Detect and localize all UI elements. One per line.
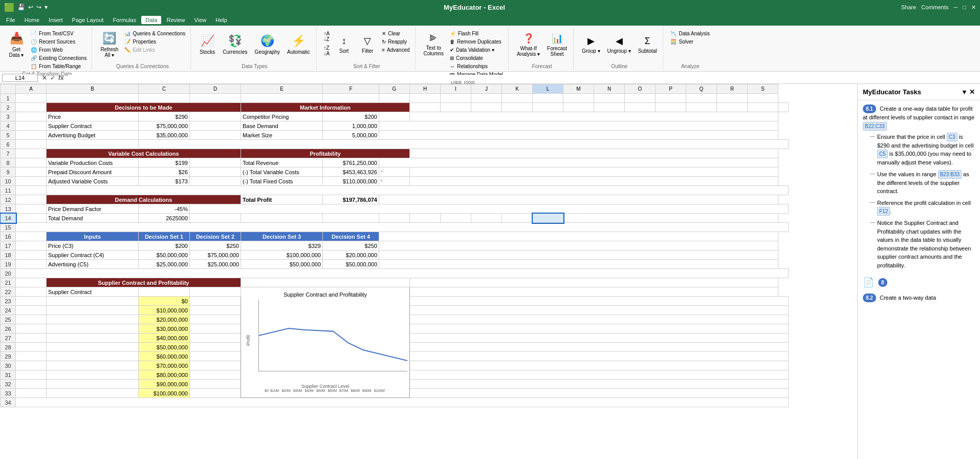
cell-G14[interactable] — [379, 214, 410, 223]
menu-insert[interactable]: Insert — [45, 16, 67, 24]
cell-rest-3[interactable] — [410, 112, 778, 121]
cell-D19[interactable]: $25,000,000 — [190, 260, 241, 269]
row-number-27[interactable]: 27 — [1, 333, 16, 343]
properties-button[interactable]: 📝 Properties — [122, 38, 187, 46]
cell-B10[interactable]: Adjusted Variable Costs — [47, 177, 139, 186]
row-number-15[interactable]: 15 — [1, 223, 16, 232]
sort-az-button[interactable]: ↑A↓Z — [322, 30, 332, 43]
row-number-25[interactable]: 25 — [1, 315, 16, 324]
cell-F18[interactable]: $20,000,000 — [323, 251, 379, 260]
queries-connections-button[interactable]: 📊 Queries & Connections — [122, 30, 187, 37]
cell-B12[interactable]: Demand Calculations — [47, 195, 241, 204]
row-number-24[interactable]: 24 — [1, 306, 16, 315]
cell-D1[interactable] — [190, 94, 241, 103]
cell-A6[interactable] — [16, 140, 47, 149]
cell-F10[interactable]: $110,000,000 — [323, 177, 379, 186]
menu-review[interactable]: Review — [162, 16, 189, 24]
cell-A11[interactable] — [16, 186, 47, 195]
cell-E2[interactable]: Market Information — [241, 103, 410, 112]
row-number-34[interactable]: 34 — [1, 398, 16, 407]
cell-A19[interactable] — [16, 260, 47, 269]
cell-K14[interactable] — [502, 214, 533, 223]
cell-D22[interactable] — [190, 287, 241, 297]
cell-E17[interactable]: $329 — [241, 241, 323, 251]
cell-D29[interactable] — [190, 352, 241, 361]
cell-A13[interactable] — [16, 204, 47, 214]
cell-A5[interactable] — [16, 131, 47, 140]
edit-links-button[interactable]: ✏️ Edit Links — [122, 46, 187, 54]
cell-D18[interactable]: $75,000,000 — [190, 251, 241, 260]
row-number-22[interactable]: 22 — [1, 287, 16, 297]
sort-za-button[interactable]: ↑Z↓A — [322, 44, 332, 57]
from-text-csv-button[interactable]: 📄 From Text/CSV — [29, 30, 89, 37]
cell-C5[interactable]: $35,000,000 — [139, 131, 190, 140]
cell-E5[interactable]: Market Size — [241, 131, 323, 140]
cell-C9[interactable]: $26 — [139, 168, 190, 177]
relationships-button[interactable]: ↔ Relationships — [448, 62, 505, 70]
cell-B19[interactable]: Advertising (C5) — [47, 260, 139, 269]
cell-B5[interactable]: Advertising Budget — [47, 131, 139, 140]
cell-rest-32[interactable] — [410, 380, 789, 389]
cell-B1[interactable] — [47, 94, 139, 103]
clear-button[interactable]: ✕ Clear — [380, 30, 411, 37]
cell-F19[interactable]: $50,000,000 — [323, 260, 379, 269]
cell-E9[interactable]: (-) Total Variable Costs — [241, 168, 323, 177]
cell-B23[interactable] — [47, 297, 139, 306]
minimize-button[interactable]: ─ — [954, 4, 958, 11]
cell-A30[interactable] — [16, 361, 47, 370]
cell-rest-18[interactable] — [379, 251, 778, 260]
cell-C18[interactable]: $50,000,000 — [139, 251, 190, 260]
data-validation-button[interactable]: ✔ Data Validation ▾ — [448, 46, 505, 54]
cell-rest-28[interactable] — [410, 343, 789, 352]
cell-D9[interactable] — [190, 168, 241, 177]
filter-button[interactable]: ▽ Filter — [356, 28, 379, 61]
cell-rest-11[interactable] — [47, 186, 789, 195]
cell-J14[interactable] — [471, 214, 502, 223]
remove-duplicates-button[interactable]: 🗑 Remove Duplicates — [448, 38, 505, 46]
cell-C25[interactable]: $20,000,000 — [139, 315, 190, 324]
get-data-button[interactable]: 📥 GetData ▾ — [5, 28, 28, 61]
cell-rest-5[interactable] — [379, 131, 778, 140]
cell-D24[interactable] — [190, 306, 241, 315]
row-number-11[interactable]: 11 — [1, 186, 16, 195]
cell-D31[interactable] — [190, 370, 241, 380]
comments-button[interactable]: Comments — [921, 4, 948, 11]
cell-C22[interactable] — [139, 287, 190, 297]
cell-F17[interactable]: $250 — [323, 241, 379, 251]
cell-B21[interactable]: Supplier Contract and Profitability — [47, 278, 241, 287]
row-number-1[interactable]: 1 — [1, 94, 16, 103]
cell-K1[interactable] — [502, 94, 533, 103]
cell-E7[interactable]: Profitability — [241, 149, 410, 158]
col-header-S[interactable]: S — [748, 85, 778, 94]
cell-B14[interactable]: Total Demand — [47, 214, 139, 223]
cell-A12[interactable] — [16, 195, 47, 204]
cell-P2[interactable] — [686, 103, 717, 112]
cell-rest-19[interactable] — [379, 260, 778, 269]
cell-F5[interactable]: 5,000,000 — [323, 131, 379, 140]
cell-rest-7[interactable] — [410, 149, 778, 158]
menu-help[interactable]: Help — [211, 16, 231, 24]
cell-E19[interactable]: $50,000,000 — [241, 260, 323, 269]
solver-button[interactable]: 🧮 Solver — [668, 38, 712, 46]
row-number-3[interactable]: 3 — [1, 112, 16, 121]
cell-A10[interactable] — [16, 177, 47, 186]
cell-I2[interactable] — [471, 103, 502, 112]
cell-C23[interactable]: $0 — [139, 297, 190, 306]
cell-J2[interactable] — [502, 103, 533, 112]
cell-M2[interactable] — [594, 103, 625, 112]
cell-A7[interactable] — [16, 149, 47, 158]
cell-G1[interactable] — [379, 94, 410, 103]
cell-D17[interactable]: $250 — [190, 241, 241, 251]
cell-B6[interactable] — [47, 140, 139, 149]
cell-A27[interactable] — [16, 333, 47, 343]
cell-rest-4[interactable] — [379, 121, 778, 131]
row-number-7[interactable]: 7 — [1, 149, 16, 158]
col-header-D[interactable]: D — [190, 85, 241, 94]
cell-A21[interactable] — [16, 278, 47, 287]
quick-access-save[interactable]: 💾 — [17, 4, 25, 11]
cell-A1[interactable] — [16, 94, 47, 103]
cell-A4[interactable] — [16, 121, 47, 131]
cell-rest-10[interactable] — [410, 177, 778, 186]
cell-H14[interactable] — [410, 214, 441, 223]
quick-access-redo[interactable]: ↪ — [36, 4, 41, 11]
